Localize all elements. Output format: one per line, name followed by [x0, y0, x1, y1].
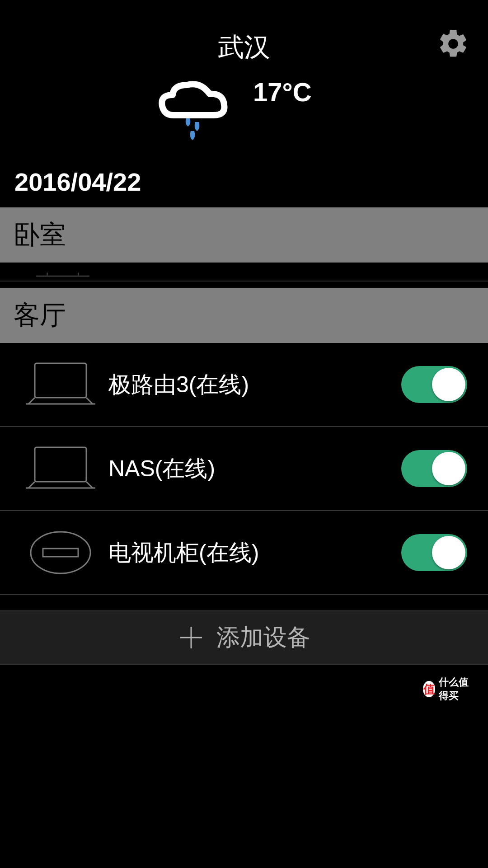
laptop-icon	[20, 355, 101, 414]
svg-line-6	[86, 398, 93, 404]
plus-icon	[178, 624, 205, 651]
laptop-icon	[20, 439, 101, 498]
device-row[interactable]: 极路由3(在线)	[0, 343, 488, 427]
device-label: 极路由3(在线)	[101, 370, 401, 400]
device-label: 电视机柜(在线)	[101, 538, 401, 568]
section-header-bedroom[interactable]: 卧室	[0, 207, 488, 263]
toggle-switch[interactable]	[401, 366, 467, 403]
toggle-switch[interactable]	[401, 534, 467, 571]
section-header-living[interactable]: 客厅	[0, 288, 488, 343]
header-bar: 武汉	[0, 0, 488, 68]
svg-line-5	[28, 398, 35, 404]
device-row[interactable]: 电视机柜(在线)	[0, 511, 488, 595]
date-label: 2016/04/22	[0, 167, 488, 197]
add-device-label: 添加设备	[216, 622, 310, 653]
watermark-text: 什么值得买	[439, 676, 476, 703]
device-row[interactable]: NAS(在线)	[0, 427, 488, 511]
app-screen: 武汉 17°C 2016/04/22 卧室 客厅	[0, 0, 488, 868]
city-label: 武汉	[218, 30, 270, 65]
bedroom-peek-strip	[0, 263, 488, 282]
device-label: NAS(在线)	[101, 454, 401, 484]
socket-icon	[20, 523, 101, 582]
weather-panel: 17°C	[0, 68, 488, 167]
laptop-icon	[33, 272, 92, 281]
svg-point-11	[31, 532, 90, 573]
watermark: 值 什么值得买	[422, 677, 476, 701]
rain-cloud-icon	[146, 77, 237, 145]
svg-line-10	[86, 482, 93, 488]
svg-rect-12	[43, 549, 78, 557]
svg-rect-3	[35, 363, 86, 398]
svg-rect-7	[35, 447, 86, 482]
svg-line-9	[28, 482, 35, 488]
temperature-label: 17°C	[253, 77, 312, 107]
watermark-bubble: 值	[422, 680, 436, 698]
toggle-switch[interactable]	[401, 450, 467, 487]
gear-icon[interactable]	[436, 27, 470, 61]
add-device-button[interactable]: 添加设备	[0, 610, 488, 665]
